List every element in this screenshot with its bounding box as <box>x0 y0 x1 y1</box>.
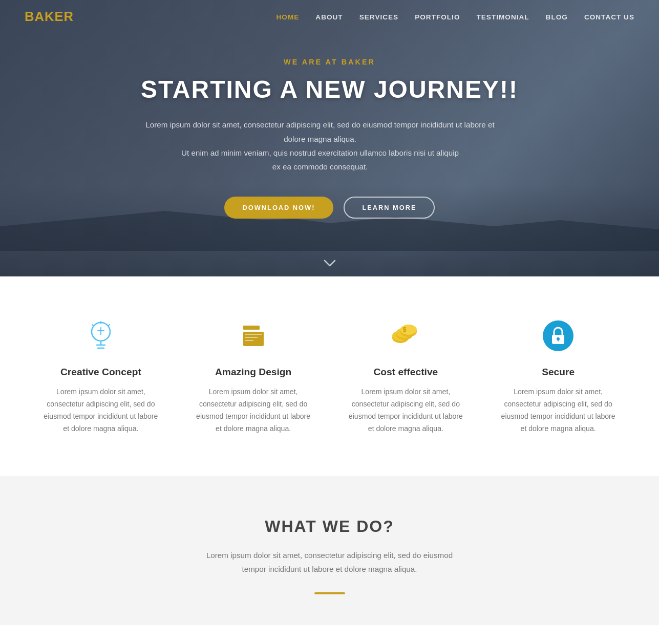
feature-title-cost: Cost effective <box>345 367 467 378</box>
svg-rect-24 <box>558 339 559 341</box>
feature-secure: Secure Lorem ipsum dolor sit amet, conse… <box>482 317 634 435</box>
logo-part1: BA <box>25 9 45 24</box>
coins-icon: $ <box>387 317 424 354</box>
features-section: Creative Concept Lorem ipsum dolor sit a… <box>0 276 659 476</box>
svg-text:$: $ <box>403 326 407 333</box>
download-button[interactable]: DOWNLOAD NOW! <box>224 197 334 219</box>
scroll-down-indicator[interactable] <box>324 259 336 267</box>
hero-desc-line3: ex ea commodo consequat. <box>272 162 368 171</box>
svg-rect-12 <box>245 337 258 338</box>
nav-portfolio[interactable]: PORTFOLIO <box>415 13 460 21</box>
nav-blog[interactable]: BLOG <box>546 13 568 21</box>
nav-about[interactable]: ABOUT <box>315 13 343 21</box>
hero-desc-line1: Lorem ipsum dolor sit amet, consectetur … <box>145 120 494 143</box>
feature-desc-creative: Lorem ipsum dolor sit amet, consectetur … <box>40 386 162 435</box>
what-we-do-divider <box>314 592 345 594</box>
hero-section: WE ARE AT BAKER STARTING A NEW JOURNEY!!… <box>0 0 659 276</box>
hero-desc-line2: Ut enim ad minim veniam, quis nostrud ex… <box>181 148 459 157</box>
navbar: BAKER HOME ABOUT SERVICES PORTFOLIO TEST… <box>0 0 659 33</box>
nav-home[interactable]: HOME <box>277 13 300 21</box>
logo[interactable]: BAKER <box>25 9 74 24</box>
design-icon <box>235 317 272 354</box>
svg-line-6 <box>108 325 110 326</box>
what-we-do-section: WHAT WE DO? Lorem ipsum dolor sit amet, … <box>0 476 659 626</box>
feature-desc-secure: Lorem ipsum dolor sit amet, consectetur … <box>497 386 619 435</box>
nav-testimonial[interactable]: TESTIMONIAL <box>476 13 529 21</box>
learn-more-button[interactable]: LEARN MORE <box>344 197 435 219</box>
svg-line-5 <box>92 325 94 326</box>
hero-buttons: DOWNLOAD NOW! LEARN MORE <box>141 197 518 219</box>
svg-rect-9 <box>243 326 260 330</box>
feature-title-secure: Secure <box>497 367 619 378</box>
feature-cost-effective: $ Cost effective Lorem ipsum dolor sit a… <box>330 317 482 435</box>
svg-rect-11 <box>245 334 262 335</box>
feature-creative-concept: Creative Concept Lorem ipsum dolor sit a… <box>25 317 177 435</box>
lock-icon <box>540 317 577 354</box>
hero-title: STARTING A NEW JOURNEY!! <box>141 75 518 103</box>
logo-part2: KER <box>45 9 74 24</box>
feature-desc-cost: Lorem ipsum dolor sit amet, consectetur … <box>345 386 467 435</box>
hero-description: Lorem ipsum dolor sit amet, consectetur … <box>141 118 499 174</box>
svg-rect-13 <box>245 340 253 341</box>
nav-services[interactable]: SERVICES <box>359 13 399 21</box>
feature-amazing-design: Amazing Design Lorem ipsum dolor sit ame… <box>177 317 330 435</box>
what-we-do-title: WHAT WE DO? <box>25 517 634 536</box>
feature-desc-design: Lorem ipsum dolor sit amet, consectetur … <box>193 386 314 435</box>
nav-links: HOME ABOUT SERVICES PORTFOLIO TESTIMONIA… <box>277 12 634 22</box>
what-we-do-description: Lorem ipsum dolor sit amet, consectetur … <box>202 548 458 576</box>
feature-title-design: Amazing Design <box>193 367 314 378</box>
feature-title-creative: Creative Concept <box>40 367 162 378</box>
hero-subtitle: WE ARE AT BAKER <box>141 58 518 66</box>
nav-contact-us[interactable]: CONTACT US <box>584 13 634 21</box>
hero-content: WE ARE AT BAKER STARTING A NEW JOURNEY!!… <box>141 58 518 218</box>
lightbulb-icon <box>82 317 119 354</box>
